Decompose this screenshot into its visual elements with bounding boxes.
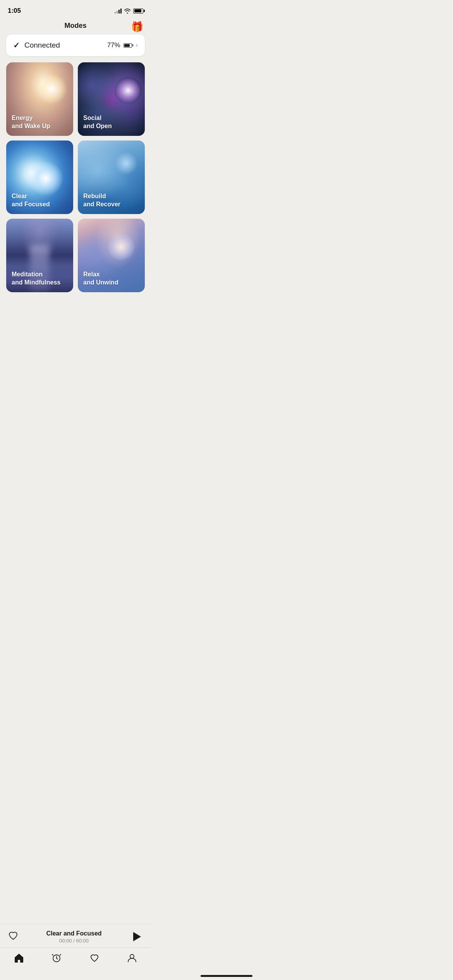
connected-right: 77% ›	[107, 41, 138, 49]
meditation-label: Meditationand Mindfulness	[12, 271, 60, 287]
mode-card-social[interactable]: Socialand Open	[78, 62, 145, 136]
battery-percent: 77%	[107, 41, 120, 49]
status-bar: 1:05	[0, 0, 151, 19]
mode-card-rebuild[interactable]: Rebuildand Recover	[78, 140, 145, 214]
battery-icon	[133, 9, 143, 14]
social-label: Socialand Open	[83, 114, 112, 130]
header: Modes 🎁	[0, 19, 151, 34]
chevron-right-icon: ›	[136, 42, 138, 49]
clear-label: Clearand Focused	[12, 192, 50, 209]
status-time: 1:05	[8, 7, 21, 15]
mode-card-energy[interactable]: Energyand Wake Up	[6, 62, 73, 136]
connected-text: Connected	[24, 41, 60, 50]
connected-left: ✓ Connected	[13, 41, 60, 50]
mode-grid: Energyand Wake Up Socialand Open Clearan…	[0, 62, 151, 292]
device-battery-icon	[124, 43, 132, 48]
signal-bars-icon	[115, 8, 122, 14]
wifi-icon	[124, 8, 131, 14]
rebuild-label: Rebuildand Recover	[83, 192, 120, 209]
mode-card-clear[interactable]: Clearand Focused	[6, 140, 73, 214]
gift-icon[interactable]: 🎁	[131, 21, 143, 33]
connected-bar[interactable]: ✓ Connected 77% ›	[6, 34, 145, 56]
page-title: Modes	[64, 22, 86, 30]
mode-card-relax[interactable]: Relaxand Unwind	[78, 219, 145, 292]
check-icon: ✓	[13, 41, 20, 50]
status-icons	[115, 8, 143, 14]
mode-card-meditation[interactable]: Meditationand Mindfulness	[6, 219, 73, 292]
relax-label: Relaxand Unwind	[83, 271, 118, 287]
energy-label: Energyand Wake Up	[12, 114, 50, 130]
